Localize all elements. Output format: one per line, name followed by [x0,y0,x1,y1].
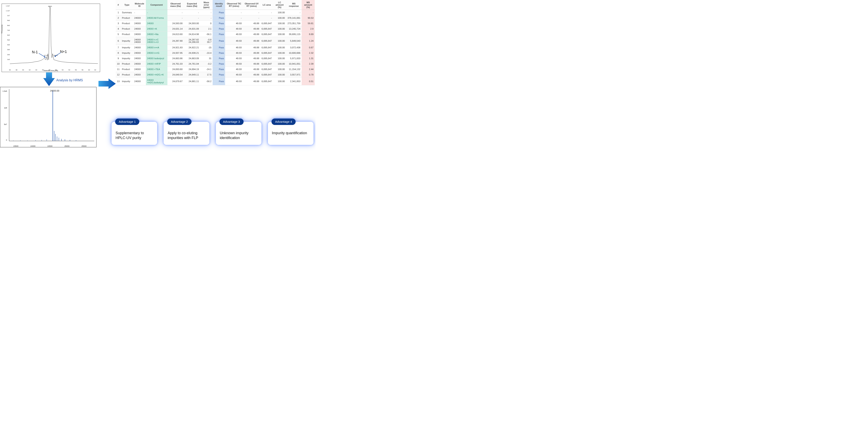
col-lcarea: LC area [260,0,273,10]
advantage-badge: Advantage 2 [167,118,191,125]
advantage-card-3: Advantage 3 Unknown impurity identificat… [216,122,261,145]
peak-main-label: 48.61 [48,5,52,7]
table-row: 2Product2459324593 All Forms---Pass---10… [116,15,315,21]
advantage-card-4: Advantage 4 Impurity quantification [268,122,313,145]
advantages-row: Advantage 1 Supplementary to HPLC-UV pur… [112,122,313,145]
svg-marker-1 [44,56,45,58]
col-msresp: MS response [286,0,302,10]
col-lcamt: LC amount (%) [273,0,286,10]
results-table: # Type Molecule ID Component Observed ma… [116,0,315,85]
advantage-card-2: Advantage 2 Apply to co-eluting impuriti… [163,122,209,145]
advantage-badge: Advantage 3 [219,118,244,125]
col-exp: Expected mass (Da) [184,0,200,10]
advantage-text: Impurity quantification [272,131,310,136]
table-header-row: # Type Molecule ID Component Observed ma… [116,0,315,10]
table-row: 9Impurity2459324593 Isobutyryl24,663.862… [116,56,315,61]
arrow-down-icon [43,73,55,87]
advantage-text: Unknown impurity identification [220,131,257,140]
arrow-icon [38,53,46,58]
chrom-y-axis: 1.2e7 1.1e7 1e7 9e6 8e6 7e6 6e6 5e6 4e6 … [3,5,10,66]
table-row: 11Product2459324593 +TEA24,693.6024,694.… [116,66,315,72]
advantage-text: Apply to co-eluting impurities with FLP [167,131,205,140]
table-row: 3Product245932459324,593.0024,593.000Pas… [116,21,315,26]
col-identity: Identity result [213,0,225,10]
table-row: 5Product2459324593 +Na24,613.6024,614.98… [116,32,315,37]
col-merr: Mass error (ppm) [200,0,213,10]
table-row: 10Product2459324593 +HFIP24,761.0324,761… [116,61,315,66]
arrow-right-icon [98,79,116,89]
table-row: 8Impurity2459324593 n+rG24,937.9524,938.… [116,50,315,56]
chrom-x-label: Retention time [min] [2,69,100,72]
advantage-badge: Advantage 4 [272,118,296,125]
table-row: 4Product2459324593 +K24,631.1424,631.092… [116,26,315,32]
spectrum-panel: 1.5e8 1e8 5e7 0 [0,87,96,147]
table-row: 1Summary-----Pass---100.00-- [116,10,315,15]
annotation-n-minus-1: N-1 [32,50,38,54]
table-row: 6Impurity24593 2459324593 n-rC 24593 n-r… [116,37,315,45]
advantage-text: Supplementary to HPLC-UV purity [116,131,153,140]
col-n: # [116,0,121,10]
advantage-badge: Advantage 1 [115,118,139,125]
table-row: 12Product2459324593 +H2O,+K24,649.5424,6… [116,72,315,78]
col-component: Component [146,0,167,10]
col-msamt: MS amount (%) [302,0,315,10]
svg-marker-4 [43,73,55,86]
col-mid: Molecule ID [133,0,146,10]
spec-peak-label: 24593.00 [50,89,59,92]
table-row: 7Impurity2459324593 n+rA24,921.8324,922.… [116,45,315,50]
spec-plot-area [9,89,94,141]
col-uv: Observed UV RT (mins) [243,0,260,10]
col-tic: Observed TIC RT (mins) [225,0,243,10]
svg-marker-3 [55,55,56,57]
advantage-card-1: Advantage 1 Supplementary to HPLC-UV pur… [112,122,157,145]
chromatogram-panel: TIC [counts] 1.2e7 1.1e7 1e7 9e6 8e6 7e6… [2,4,100,72]
col-type: Type [121,0,133,10]
spec-y-axis: 1.5e8 1e8 5e7 0 [1,89,7,141]
col-obs: Observed mass (Da) [167,0,184,10]
svg-marker-21 [98,79,116,89]
table-row: 13Impurity2459324593 +H2O,Isobutyryl24,6… [116,78,315,85]
analysis-label: Analysis by HRMS [56,79,83,82]
arrow-icon [54,52,62,57]
